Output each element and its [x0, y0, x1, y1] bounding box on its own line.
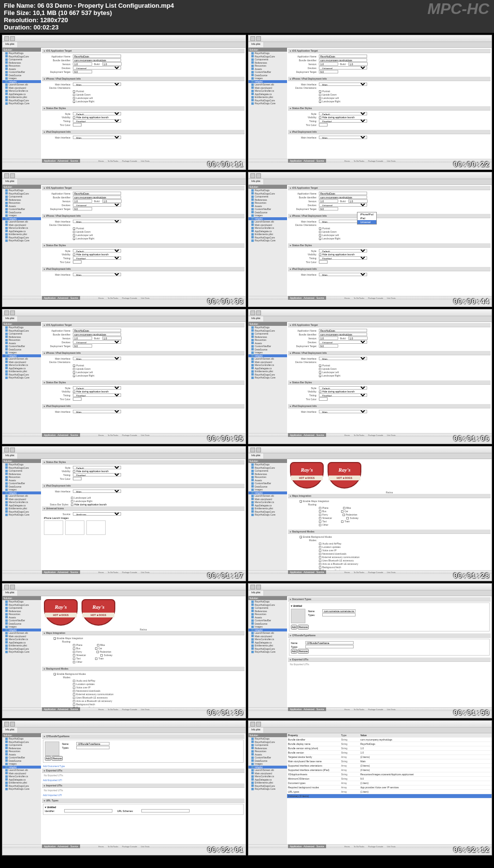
bluetooth_le-checkbox[interactable] [319, 560, 321, 562]
app-name-input[interactable] [319, 192, 367, 195]
plist-row[interactable]: URL typesArray(1 item) [287, 790, 492, 794]
section-ios-target[interactable]: ▸ iOS Application Target [42, 186, 245, 190]
solution-sidebar[interactable]: SolutionRaysHotDogsRaysHotDogsCoreCompon… [248, 185, 287, 300]
streetcar-checkbox[interactable] [319, 517, 321, 519]
plist-row[interactable]: Bundle versionString1.0 [287, 751, 492, 755]
tree-item[interactable]: RaysHotDogs.Core [2, 787, 41, 791]
bike-checkbox[interactable] [343, 507, 345, 509]
section-ipad-deploy[interactable]: ▸ iPad Deployment Info [42, 267, 245, 271]
add-exported-link[interactable]: Add Exported UTI [43, 779, 244, 782]
config-icon[interactable] [256, 448, 261, 452]
ipad-interface-select[interactable]: Main [319, 136, 367, 139]
uti-name-input[interactable] [76, 742, 110, 745]
remove-button[interactable]: Remove [298, 625, 309, 630]
devices-select[interactable]: Universal [73, 340, 121, 344]
deployment-target-input[interactable] [73, 344, 92, 348]
landscape-right-checkbox[interactable]: ✓ [319, 100, 321, 103]
tint-color-swatch[interactable] [73, 260, 82, 264]
section-deployment[interactable]: ▸ iPhone / iPad Deployment Info [288, 351, 491, 355]
landscape-left-checkbox[interactable]: ✓ [319, 234, 321, 237]
tree-item[interactable]: RaysHotDogs.Core [248, 239, 287, 242]
landscape-right-checkbox[interactable]: ✓ [73, 238, 75, 240]
ide-toolbar[interactable] [248, 309, 492, 316]
tab-infoplist[interactable]: Info.plist [248, 590, 264, 596]
config-icon[interactable] [256, 310, 261, 315]
tree-item[interactable]: RaysHotDogs.Core [248, 650, 287, 654]
visibility-checkbox[interactable] [319, 391, 321, 393]
version-input[interactable] [73, 199, 92, 203]
plist-row[interactable]: Bundle display nameStringRaysHotDogs [287, 742, 492, 746]
bundle-name-input[interactable] [305, 641, 354, 644]
section-status-bar[interactable]: ▸ Status Bar Styles [42, 460, 245, 464]
devices-dropdown[interactable]: iPhone/iPod iPad Universal [357, 212, 377, 224]
plist-editor[interactable]: ▸ iOS Application Target Application Nam… [41, 48, 246, 163]
plist-editor[interactable]: ▸ iOS Application Target Application Nam… [287, 48, 492, 163]
upside-checkbox[interactable] [73, 368, 75, 370]
plist-editor[interactable]: Ray'sHOT ★ DOGS Ray'sHOT ★ DOGS Retina ▸… [41, 596, 246, 711]
portrait-checkbox[interactable]: ✓ [73, 227, 75, 230]
version-input[interactable] [73, 336, 92, 340]
config-icon[interactable] [10, 36, 15, 41]
editor-tabs[interactable]: Info.plist [248, 42, 492, 48]
landscape-right-checkbox[interactable]: ✓ [319, 238, 321, 240]
bundle-id-input[interactable] [319, 196, 367, 199]
visibility-checkbox[interactable] [73, 253, 75, 256]
solution-sidebar[interactable]: SolutionRaysHotDogsRaysHotDogsCoreCompon… [248, 733, 287, 848]
editor-tabs[interactable]: Info.plist [2, 728, 246, 733]
section-status-bar[interactable]: ▸ Status Bar Styles [42, 106, 245, 111]
bus-checkbox[interactable] [73, 647, 75, 650]
main-interface-select[interactable]: Main [73, 220, 121, 223]
ipad-interface-select[interactable]: Main [73, 273, 121, 276]
url-type-box[interactable]: ▾ Untitled Identifier: URL Schemes: [43, 804, 244, 815]
tint-color-swatch[interactable] [73, 123, 82, 126]
doc-types-input[interactable] [322, 613, 356, 616]
tree-item[interactable]: RaysHotDogs.Core [2, 513, 41, 517]
bundle-types-input[interactable] [305, 645, 354, 648]
portrait-checkbox[interactable]: ✓ [319, 90, 321, 93]
config-icon[interactable] [256, 173, 261, 178]
editor-mode-tab[interactable]: Application Advanced Source [42, 296, 80, 300]
section-deployment[interactable]: ▸ iPhone / iPad Deployment Info [42, 351, 245, 355]
launch-slot[interactable] [65, 520, 84, 535]
version-input[interactable] [319, 336, 338, 340]
tab-infoplist[interactable]: Info.plist [2, 453, 18, 459]
solution-sidebar[interactable]: SolutionRaysHotDogsRaysHotDogsCoreCompon… [2, 322, 41, 437]
upside-checkbox[interactable] [73, 231, 75, 233]
taxi-checkbox[interactable] [319, 520, 321, 523]
add-imported-link[interactable]: Add Imported UTI [43, 794, 244, 797]
play-icon[interactable] [250, 722, 255, 727]
main-interface-select[interactable]: Main [319, 357, 367, 360]
tab-infoplist[interactable]: Info.plist [2, 728, 18, 733]
solution-sidebar[interactable]: SolutionRaysHotDogsRaysHotDogsCoreCompon… [2, 733, 41, 848]
editor-mode-tab[interactable]: Application Advanced Source [42, 570, 80, 574]
devices-select[interactable]: Universal [73, 203, 121, 207]
section-ipad-deploy[interactable]: ▸ iPad Deployment Info [288, 404, 491, 408]
deployment-target-input[interactable] [319, 70, 338, 73]
app-name-input[interactable] [73, 55, 121, 58]
add-button[interactable]: Add [45, 756, 51, 761]
plist-row[interactable]: Bundle version string (short)String1.0 [287, 746, 492, 751]
ipad-interface-select[interactable]: Main [73, 490, 121, 493]
tinting-select[interactable]: Disabled [73, 473, 121, 476]
add-button[interactable]: Add [291, 625, 297, 630]
visibility-checkbox[interactable] [319, 116, 321, 119]
ide-toolbar[interactable] [248, 721, 492, 728]
tree-item[interactable]: RaysHotDogs.Core [248, 376, 287, 379]
style-select[interactable]: Default [319, 386, 367, 390]
style-select[interactable]: Default [73, 112, 121, 115]
ext_accessory-checkbox[interactable] [73, 693, 75, 696]
visibility-checkbox[interactable] [319, 253, 321, 256]
play-icon[interactable] [250, 173, 255, 178]
voip-checkbox[interactable] [73, 686, 75, 689]
tinting-select[interactable]: Disabled [319, 393, 367, 397]
portrait-checkbox[interactable]: ✓ [319, 364, 321, 367]
ide-toolbar[interactable] [2, 721, 246, 728]
build-input[interactable] [102, 199, 122, 203]
newsstand-checkbox[interactable] [73, 690, 75, 692]
devices-select[interactable]: Universal [73, 66, 121, 70]
section-maps[interactable]: ▸ Maps Integration [42, 631, 245, 635]
build-input[interactable] [102, 62, 122, 66]
doc-name-input[interactable] [322, 609, 356, 613]
solution-sidebar[interactable]: SolutionRaysHotDogsRaysHotDogsCoreCompon… [2, 596, 41, 711]
devices-select[interactable]: Universal [319, 340, 367, 344]
